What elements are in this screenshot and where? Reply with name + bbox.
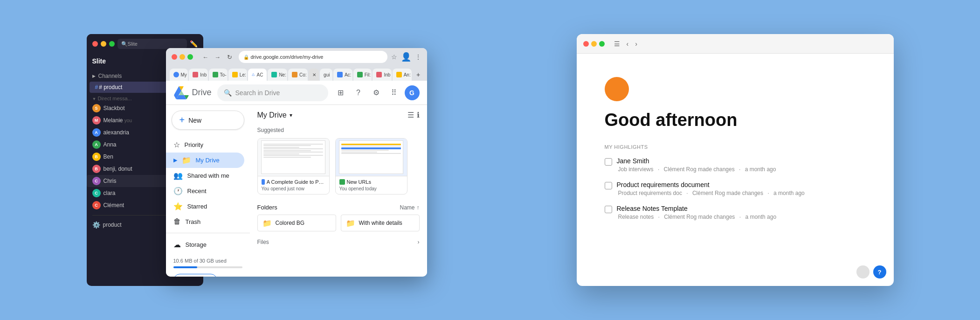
- forward-button[interactable]: →: [213, 52, 223, 62]
- drive-toolbar: Drive 🔍 Search in Drive ⊞ ? ⚙ ⠿ G: [166, 81, 427, 105]
- storage-section: 10.6 MB of 30 GB used Buy storage: [166, 252, 250, 277]
- drive-sidebar-storage[interactable]: ☁ Storage: [166, 237, 244, 252]
- drive-icons-right: ⊞ ? ⚙ ⠿ G: [334, 85, 420, 100]
- tab-label: To-: [220, 72, 227, 77]
- browser-tab-todo[interactable]: To-: [209, 69, 228, 81]
- help-icon[interactable]: ?: [352, 86, 366, 100]
- search-placeholder: Search in Drive: [235, 89, 280, 97]
- right-panel: ☰ ‹ › Good afternoon MY HIGHLIGHTS Jane …: [490, 0, 980, 320]
- drive-sidebar-shared[interactable]: 👥 Shared with me: [166, 168, 244, 183]
- app-container: 🔍 Slite ✏️ Slite ▼ ▶ Channels # product: [87, 34, 404, 286]
- slite-search[interactable]: 🔍 Slite: [117, 39, 187, 49]
- profile-avatar[interactable]: G: [405, 85, 420, 100]
- profile-icon[interactable]: 👤: [401, 52, 411, 62]
- right-maximize-dot[interactable]: [599, 41, 605, 47]
- drive-card-meta-0: You opened just now: [262, 186, 325, 191]
- highlight-info-2: Release Notes Template Release notes · C…: [617, 205, 778, 220]
- slite-icon-btn[interactable]: ✏️: [190, 40, 198, 48]
- user-name: Melanie you: [104, 117, 132, 124]
- drive-card-0[interactable]: A Complete Guide to Product Management Y…: [257, 138, 330, 195]
- tab-favicon: [232, 72, 238, 77]
- info-icon[interactable]: ℹ: [417, 111, 420, 119]
- highlight-title-0[interactable]: Jane Smith: [617, 157, 778, 165]
- browser-tab-inb2[interactable]: Inb: [373, 69, 391, 81]
- browser-tab-inb[interactable]: Inb: [189, 69, 207, 81]
- browser-tab-act[interactable]: Ac:: [333, 69, 352, 81]
- drive-folder-1[interactable]: 📁 With white details: [341, 215, 420, 231]
- close-dot[interactable]: [92, 41, 98, 47]
- settings-icon[interactable]: ⚙: [369, 86, 383, 100]
- files-label-text: Files: [257, 239, 269, 245]
- drive-sidebar-trash[interactable]: 🗑 Trash: [166, 214, 244, 229]
- list-view-icon[interactable]: ☰: [407, 111, 414, 119]
- starred-label: Starred: [187, 203, 207, 210]
- sidebar-toggle-icon[interactable]: ☰: [612, 39, 622, 49]
- user-name: alexandria: [104, 129, 129, 136]
- highlight-checkbox-0[interactable]: [605, 158, 612, 166]
- browser-tab-co[interactable]: Co:: [288, 69, 308, 81]
- drive-dropdown-icon[interactable]: ▾: [290, 112, 292, 118]
- highlight-item-1: Product requirements document Product re…: [605, 181, 866, 196]
- help-button[interactable]: ?: [873, 265, 886, 278]
- drive-sidebar-my-drive[interactable]: ▶ 📁 My Drive: [166, 153, 244, 168]
- star-icon[interactable]: ☆: [391, 53, 397, 61]
- browser-tab-le[interactable]: Le:: [228, 69, 247, 81]
- folder-icon-1: 📁: [346, 219, 355, 228]
- right-back-icon[interactable]: ‹: [625, 39, 631, 49]
- browser-maximize-dot[interactable]: [187, 54, 193, 60]
- browser-address-bar[interactable]: 🔒 drive.google.com/drive/my-drive: [239, 51, 387, 63]
- my-drive-expand-icon: ▶: [173, 157, 177, 163]
- right-close-dot[interactable]: [583, 41, 589, 47]
- right-minimize-dot[interactable]: [591, 41, 597, 47]
- user-name: Ben: [104, 153, 113, 160]
- user-name: Chris: [104, 178, 117, 184]
- tab-label: Inb: [200, 72, 207, 77]
- drive-logo: Drive: [173, 86, 212, 99]
- storage-bar: [173, 266, 242, 268]
- drive-sidebar-priority[interactable]: ☆ Priority: [166, 137, 244, 153]
- drive-card-1[interactable]: New URLs You opened today: [335, 138, 407, 195]
- bottom-avatar[interactable]: [856, 265, 870, 278]
- highlight-checkbox-1[interactable]: [605, 182, 612, 189]
- grid-settings-icon[interactable]: ⊞: [334, 86, 348, 100]
- browser-minimize-dot[interactable]: [179, 54, 185, 60]
- drive-sidebar: + New ☆ Priority ▶ 📁 My Drive 👥 Sha: [166, 105, 250, 277]
- browser-tab-x[interactable]: ✕: [309, 69, 319, 81]
- user-name: Clément: [104, 202, 124, 209]
- drive-sidebar-starred[interactable]: ⭐ Starred: [166, 199, 244, 214]
- refresh-button[interactable]: ↻: [225, 52, 235, 62]
- browser-tab-an[interactable]: An:: [393, 69, 412, 81]
- new-tab-btn[interactable]: +: [413, 69, 423, 81]
- avatar: C: [92, 189, 101, 197]
- highlight-title-2[interactable]: Release Notes Template: [617, 205, 778, 212]
- drive-new-button[interactable]: + New: [172, 111, 244, 130]
- highlight-checkbox-2[interactable]: [605, 206, 612, 213]
- browser-tab-gui[interactable]: gui: [320, 69, 332, 81]
- drive-card-preview-1: [339, 140, 403, 174]
- browser-tab-drive[interactable]: AC: [248, 69, 267, 81]
- drive-folder-0[interactable]: 📁 Colored BG: [257, 215, 336, 231]
- minimize-dot[interactable]: [101, 41, 106, 47]
- right-forward-icon[interactable]: ›: [633, 39, 639, 49]
- files-arrow-icon[interactable]: ›: [418, 239, 420, 245]
- browser-tab-fil[interactable]: Fil:: [353, 69, 372, 81]
- sort-icon[interactable]: ↑: [417, 204, 420, 211]
- menu-icon[interactable]: ⋮: [415, 53, 421, 61]
- buy-storage-button[interactable]: Buy storage: [173, 274, 217, 277]
- tab-label: An:: [404, 72, 411, 77]
- browser-tab-ne[interactable]: Ne:: [268, 69, 287, 81]
- drive-logo-text: Drive: [192, 88, 212, 97]
- drive-search-box[interactable]: 🔍 Search in Drive: [217, 84, 328, 101]
- recent-label: Recent: [187, 188, 207, 195]
- browser-close-dot[interactable]: [172, 54, 177, 60]
- back-button[interactable]: ←: [200, 52, 211, 62]
- address-text: drive.google.com/drive/my-drive: [251, 54, 324, 60]
- maximize-dot[interactable]: [109, 41, 115, 47]
- trash-icon: 🗑: [173, 217, 181, 226]
- drive-sidebar-recent[interactable]: 🕐 Recent: [166, 183, 244, 199]
- browser-tab-my[interactable]: My: [170, 69, 188, 81]
- drive-tab-favicon: [252, 72, 255, 77]
- highlight-title-1[interactable]: Product requirements document: [617, 181, 806, 188]
- tab-favicon: [213, 72, 218, 77]
- apps-icon[interactable]: ⠿: [387, 86, 401, 100]
